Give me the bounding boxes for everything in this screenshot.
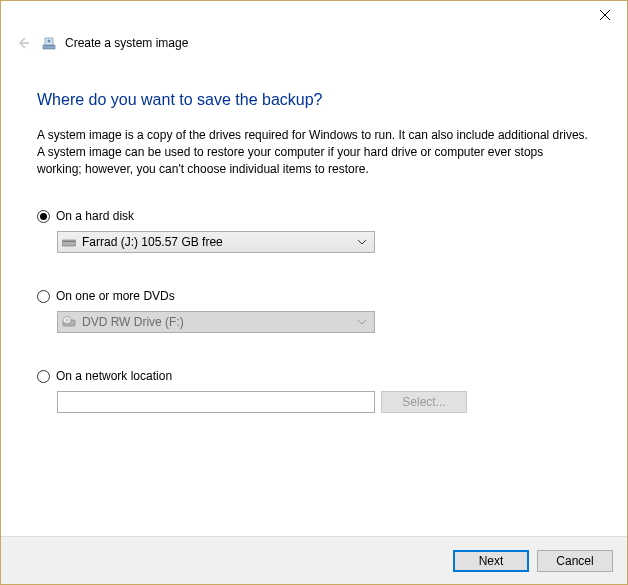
hard-disk-dropdown[interactable]: Farrad (J:) 105.57 GB free	[57, 231, 375, 253]
network-location-input	[57, 391, 375, 413]
system-image-icon	[41, 35, 57, 51]
back-button	[13, 33, 33, 53]
radio-dvds-label[interactable]: On one or more DVDs	[56, 289, 175, 303]
back-arrow-icon	[15, 35, 31, 51]
close-icon	[600, 10, 610, 20]
option-network: On a network location Select...	[37, 369, 591, 413]
close-button[interactable]	[583, 1, 627, 29]
dvds-dropdown: DVD RW Drive (F:)	[57, 311, 375, 333]
footer: Next Cancel	[1, 536, 627, 584]
radio-hard-disk-label[interactable]: On a hard disk	[56, 209, 134, 223]
titlebar	[1, 1, 627, 31]
radio-dvds[interactable]	[37, 290, 50, 303]
page-heading: Where do you want to save the backup?	[37, 91, 591, 109]
chevron-down-icon	[354, 320, 370, 325]
svg-rect-3	[62, 240, 76, 246]
dvds-selected: DVD RW Drive (F:)	[82, 315, 348, 329]
header-row: Create a system image	[1, 31, 627, 53]
hard-disk-selected: Farrad (J:) 105.57 GB free	[82, 235, 348, 249]
cancel-button[interactable]: Cancel	[537, 550, 613, 572]
svg-point-2	[48, 40, 51, 43]
option-dvds: On one or more DVDs DVD RW Drive (F:)	[37, 289, 591, 333]
select-button: Select...	[381, 391, 467, 413]
radio-network-label[interactable]: On a network location	[56, 369, 172, 383]
option-hard-disk: On a hard disk Farrad (J:) 105.57 GB fre…	[37, 209, 591, 253]
window-title: Create a system image	[65, 36, 188, 50]
next-button[interactable]: Next	[453, 550, 529, 572]
radio-hard-disk[interactable]	[37, 210, 50, 223]
svg-rect-4	[63, 241, 75, 242]
svg-point-7	[66, 320, 68, 322]
svg-rect-0	[43, 45, 55, 49]
description-text: A system image is a copy of the drives r…	[37, 127, 591, 177]
radio-network[interactable]	[37, 370, 50, 383]
drive-icon	[62, 236, 76, 248]
content: Where do you want to save the backup? A …	[1, 53, 627, 413]
chevron-down-icon	[354, 240, 370, 245]
dvd-drive-icon	[62, 316, 76, 328]
